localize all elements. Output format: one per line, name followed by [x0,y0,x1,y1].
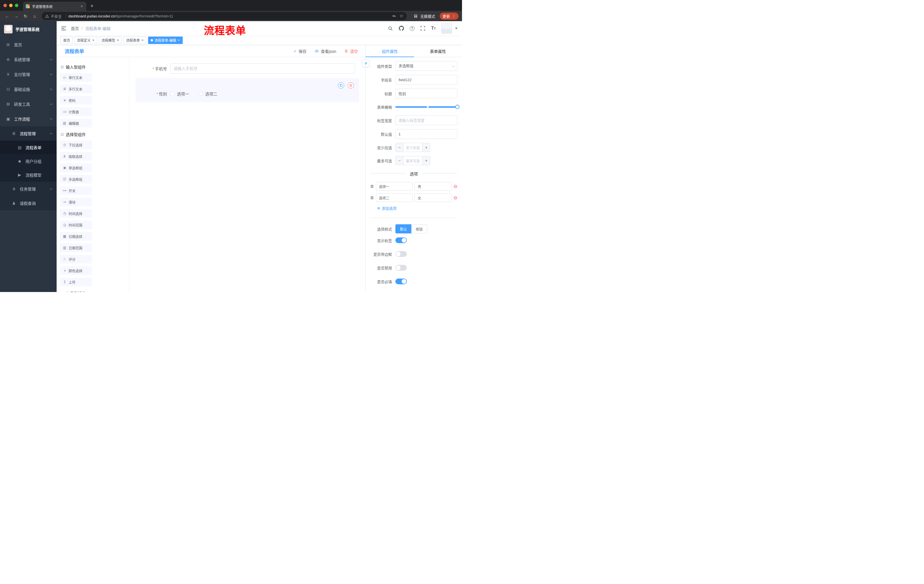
phone-input[interactable] [170,63,355,74]
stepper-placeholder[interactable]: 至少应选 [403,143,422,152]
chip-dropdown[interactable]: ⊙下拉选择 [60,141,92,149]
show-label-switch[interactable] [395,237,407,243]
new-tab-button[interactable]: + [90,3,94,8]
sidebar-logo[interactable]: 芋道管理系统 [0,21,57,37]
chip-multi-line-text[interactable]: ≣多行文本 [60,85,92,93]
sidebar-item-workflow[interactable]: ▣ 工作流程 [0,112,57,126]
option-name-input[interactable] [376,182,413,191]
sidebar-item-process-model[interactable]: ▶ 流程模型 [0,168,57,182]
canvas-field-gender-selected[interactable]: *性别 选项一 选项二 [135,78,359,102]
search-icon[interactable] [388,25,393,31]
sidebar-item-user-groups[interactable]: ☻ 用户分组 [0,154,57,168]
chip-counter[interactable]: 123计数器 [60,107,92,116]
tag-home[interactable]: 首页 [61,36,73,44]
add-option-button[interactable]: ⊕ 添加选项 [377,206,457,211]
avatar[interactable] [441,23,452,34]
back-icon[interactable]: ← [3,14,11,18]
form-canvas[interactable]: *手机号 *性别 [129,57,365,292]
sidebar-item-process-management[interactable]: ≣ 流程管理 [0,126,57,141]
increase-button[interactable]: + [422,156,430,165]
close-window-button[interactable] [3,4,7,7]
chip-checkbox-group[interactable]: ☑多选框组 [60,175,92,183]
option-value-input[interactable] [414,182,451,191]
breadcrumb-home[interactable]: 首页 [71,25,79,31]
sidebar-item-process-form[interactable]: ▤ 流程表单 [0,141,57,154]
update-button[interactable]: 更新 ⋮ [440,13,459,20]
tag-close-icon[interactable]: × [141,39,144,42]
sidebar-item-task-management[interactable]: ⋔ 任务管理 [0,182,57,196]
chip-editor[interactable]: ▤编辑器 [60,119,92,127]
address-bar[interactable]: 不安全 dashboard.yudao.iocoder.cn /bpm/mana… [42,12,407,20]
remove-option-icon[interactable]: ⊖ [454,196,457,200]
key-icon[interactable] [392,14,396,18]
label-width-input[interactable] [395,115,457,125]
chip-upload[interactable]: ↥上传 [60,278,92,286]
tag-close-icon[interactable]: × [117,39,119,42]
maximize-window-button[interactable] [15,4,18,7]
drag-handle-icon[interactable]: ≣ [370,195,374,200]
chip-slider[interactable]: ⊸滑块 [60,198,92,206]
sidebar-item-system[interactable]: ⊛ 系统管理 [0,52,57,67]
hamburger-icon[interactable] [61,26,66,31]
tab-form-props[interactable]: 表单属性 [414,45,462,57]
default-value-input[interactable] [395,129,457,139]
tag-process-form-edit[interactable]: 流程表单-编辑 × [148,36,183,44]
tag-process-model[interactable]: 流程模型 × [99,36,122,44]
grid-slider[interactable] [395,102,457,112]
chip-password[interactable]: ∗密码 [60,96,92,105]
chip-date-range[interactable]: ▥日期范围 [60,243,92,252]
required-switch[interactable] [395,278,407,284]
checkbox-option-2[interactable]: 选项二 [199,91,217,97]
stepper-placeholder[interactable]: 最多可选 [403,156,422,165]
tag-process-form[interactable]: 流程表单 × [124,36,146,44]
forward-icon[interactable]: → [13,14,20,18]
chip-single-line-text[interactable]: ▭单行文本 [60,73,92,82]
option-name-input[interactable] [376,193,413,202]
sidebar-item-leave-query[interactable]: ♟ 请假查询 [0,196,57,210]
chip-time-picker[interactable]: ◷时间选择 [60,209,92,218]
tag-close-icon[interactable]: × [92,39,95,42]
link-icon[interactable]: ∞ [362,59,370,67]
sidebar-item-home[interactable]: ⊞ 首页 [0,37,57,52]
disabled-switch[interactable] [395,265,407,271]
chip-color-picker[interactable]: ◑颜色选择 [60,266,92,275]
save-button[interactable]: ✓ 保存 [294,48,307,54]
github-icon[interactable] [399,25,404,31]
chip-time-range[interactable]: ◶时间范围 [60,220,92,229]
chip-cascader[interactable]: ⋔级联选择 [60,152,92,161]
view-json-button[interactable]: 查看json [315,48,336,54]
chip-rate[interactable]: ☆评分 [60,255,92,263]
tab-close-icon[interactable]: × [80,4,84,8]
reload-icon[interactable]: ↻ [22,14,29,18]
tab-component-props[interactable]: 组件属性 [366,45,414,57]
browser-tab[interactable]: 芋道管理系统 × [23,2,86,11]
decrease-button[interactable]: − [396,143,403,152]
security-label[interactable]: 不安全 [51,13,62,19]
caret-down-icon[interactable] [455,28,457,29]
sidebar-item-payment[interactable]: ¥ 支付管理 [0,67,57,82]
slider-knob[interactable] [455,105,459,109]
drag-handle-icon[interactable]: ≣ [370,184,374,189]
decrease-button[interactable]: − [396,156,403,165]
delete-component-button[interactable] [348,82,354,89]
sidebar-item-devtools[interactable]: ⊠ 研发工具 [0,97,57,112]
sidebar-item-infrastructure[interactable]: ⊡ 基础设施 [0,82,57,97]
chip-radio-group[interactable]: ◉单选框组 [60,163,92,172]
copy-component-button[interactable] [338,82,344,89]
minimize-window-button[interactable] [9,4,13,7]
border-switch[interactable] [395,251,407,257]
home-icon[interactable]: ⌂ [31,14,38,18]
remove-option-icon[interactable]: ⊖ [454,184,457,189]
style-button-button[interactable]: 按钮 [411,224,427,234]
increase-button[interactable]: + [422,143,430,152]
tag-close-icon[interactable]: × [178,39,180,42]
font-size-icon[interactable]: TT [431,26,436,31]
title-input[interactable] [395,89,457,98]
option-value-input[interactable] [414,193,451,202]
help-icon[interactable]: ? [410,26,414,31]
chip-switch[interactable]: ⊶开关 [60,186,92,195]
checkbox-option-1[interactable]: 选项一 [170,91,189,97]
fullscreen-icon[interactable] [420,25,426,31]
chip-date-picker[interactable]: ▦日期选择 [60,232,92,240]
field-name-input[interactable] [395,75,457,85]
